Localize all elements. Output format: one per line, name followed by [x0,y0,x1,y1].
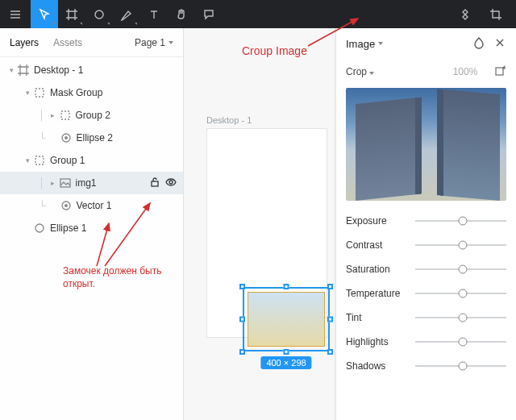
resize-handle[interactable] [327,317,333,322]
layer-row-root[interactable]: ▾ Desktop - 1 [0,59,183,81]
ellipse-icon [32,222,47,235]
layer-row-group2[interactable]: │▸ Group 2 [0,104,183,127]
resize-handle[interactable] [239,349,245,355]
frame-tool-button[interactable] [58,0,85,28]
slider-label: Tint [346,312,410,323]
visibility-icon[interactable] [165,177,177,190]
slider-contrast[interactable]: Contrast [346,233,506,257]
slider-shadows[interactable]: Shadows [346,354,506,378]
components-button[interactable] [452,0,479,28]
layer-tree: ▾ Desktop - 1 ▾ Mask Group │▸ Group 2 └ … [0,57,183,239]
text-tool-button[interactable] [140,0,168,28]
fill-mode-select[interactable]: Crop [346,66,443,77]
slider-label: Highlights [346,336,410,347]
slider-label: Exposure [346,215,410,227]
mask-vector-icon [59,199,73,212]
group-icon [32,154,47,167]
comment-tool-button[interactable] [195,0,223,28]
slider-saturation[interactable]: Saturation [346,257,506,281]
slider-label: Shadows [346,360,410,372]
artboard[interactable]: 400 × 298 [206,128,327,338]
slider-label: Saturation [346,264,410,275]
layer-label: Ellipse 2 [77,132,183,143]
svg-point-8 [169,181,173,184]
close-icon[interactable] [493,36,506,52]
slider-exposure[interactable]: Exposure [346,209,506,233]
layer-row-vector1[interactable]: └ Vector 1 [0,194,183,217]
chevron-down-icon [378,42,383,45]
unlock-icon[interactable] [149,177,160,190]
svg-point-10 [64,204,68,207]
svg-rect-2 [61,111,69,119]
blend-mode-icon[interactable] [472,36,485,52]
tab-assets[interactable]: Assets [53,37,82,48]
layer-row-maskgroup[interactable]: ▾ Mask Group [0,81,183,104]
frame-icon [16,64,31,77]
shape-tool-button[interactable] [85,0,113,28]
layer-label: Ellipse 1 [50,222,183,234]
mask-group-icon [32,86,47,99]
slider-tint[interactable]: Tint [346,306,506,330]
slider-temperature[interactable]: Temperature [346,281,506,306]
svg-point-11 [35,224,44,232]
page-selector-label: Page 1 [135,37,165,48]
move-tool-button[interactable] [31,0,58,28]
layer-label: Group 2 [76,110,184,121]
group-icon [58,109,73,122]
menu-button[interactable] [0,0,31,28]
resize-handle[interactable] [327,349,333,355]
selection-frame [243,287,330,351]
crop-tool-button[interactable] [482,0,510,28]
hand-tool-button[interactable] [168,0,195,28]
mask-ellipse-icon [59,131,73,144]
slider-highlights[interactable]: Highlights [346,330,506,354]
layer-label: Group 1 [50,155,183,166]
layer-row-ellipse1[interactable]: Ellipse 1 [0,217,183,239]
resize-handle[interactable] [327,284,333,289]
page-selector[interactable]: Page 1 [135,37,173,48]
slider-label: Contrast [346,239,410,251]
layer-label: Mask Group [50,87,183,98]
fill-mode-label: Crop [346,66,367,77]
selected-image[interactable]: 400 × 298 [243,287,330,351]
layer-row-img1[interactable]: │▸ img1 [0,172,183,194]
adjustment-sliders: Exposure Contrast Saturation Temperature… [336,206,516,388]
chevron-down-icon [169,41,173,44]
size-badge: 400 × 298 [260,356,311,369]
layer-label: Desktop - 1 [34,64,183,76]
svg-rect-5 [35,156,44,164]
opacity-value[interactable]: 100% [443,66,487,77]
svg-rect-6 [60,179,70,187]
layer-row-group1[interactable]: ▾ Group 1 [0,149,183,172]
image-icon [58,177,73,189]
rotate-image-button[interactable] [487,65,506,78]
svg-point-4 [64,136,68,139]
image-inspector-panel: Image Crop 100% Exposure Contrast Satura… [335,28,516,420]
slider-label: Temperature [346,288,410,299]
resize-handle[interactable] [284,284,289,289]
svg-rect-1 [35,89,44,97]
image-preview [346,88,506,201]
top-toolbar [0,0,516,28]
layer-label: Vector 1 [77,200,183,211]
resize-handle[interactable] [239,317,245,322]
inspector-title: Image [346,38,375,50]
svg-rect-7 [152,181,158,186]
svg-point-0 [95,10,103,19]
pen-tool-button[interactable] [113,0,140,28]
resize-handle[interactable] [284,349,289,355]
resize-handle[interactable] [239,284,245,289]
layer-row-ellipse2[interactable]: └ Ellipse 2 [0,127,183,149]
layers-panel: Layers Assets Page 1 ▾ Desktop - 1 ▾ Mas… [0,28,184,420]
chevron-down-icon [369,72,374,75]
panel-tabs: Layers Assets Page 1 [0,28,183,57]
svg-rect-12 [496,68,503,75]
tab-layers[interactable]: Layers [10,37,39,48]
artboard-title[interactable]: Desktop - 1 [206,115,252,125]
